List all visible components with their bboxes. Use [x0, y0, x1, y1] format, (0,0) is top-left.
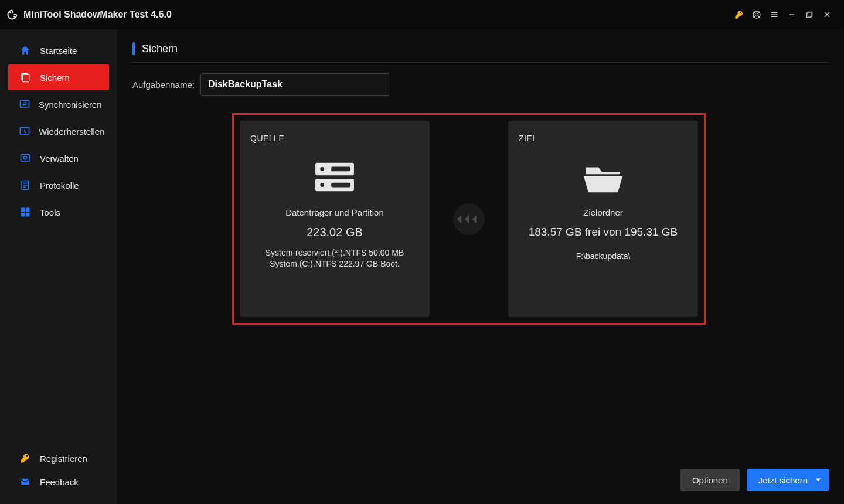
sync-icon	[19, 98, 30, 111]
titlebar: MiniTool ShadowMaker Test 4.6.0	[0, 0, 844, 29]
page-title: Sichern	[142, 43, 178, 55]
svg-rect-6	[808, 12, 812, 16]
sidebar-item-restore[interactable]: Wiederherstellen	[8, 118, 109, 144]
options-button[interactable]: Optionen	[680, 469, 740, 491]
task-name-label: Aufgabenname:	[132, 80, 195, 90]
sidebar-item-label: Startseite	[40, 46, 77, 56]
source-target-frame: QUELLE Datenträger und Partition 223.02 …	[232, 113, 706, 325]
svg-rect-17	[21, 213, 25, 217]
manage-icon	[19, 152, 32, 165]
main-content: Sichern Aufgabenname: QUELLE	[117, 29, 844, 504]
task-name-input[interactable]	[200, 73, 389, 96]
arrow-separator	[453, 203, 485, 235]
disk-icon	[311, 157, 358, 198]
sidebar-item-sichern[interactable]: Sichern	[8, 64, 109, 90]
svg-point-22	[320, 167, 324, 171]
backup-icon	[19, 71, 32, 84]
source-size: 223.02 GB	[307, 226, 363, 239]
page-header-accent	[132, 42, 135, 55]
sidebar-item-manage[interactable]: Verwalten	[8, 145, 109, 171]
folder-open-icon	[580, 157, 627, 198]
page-header: Sichern	[132, 42, 829, 63]
svg-rect-2	[771, 12, 778, 13]
lifebuoy-icon[interactable]	[748, 6, 765, 23]
target-card[interactable]: ZIEL Zielordner 183.57 GB frei von 195.3…	[508, 121, 698, 317]
sidebar-item-label: Tools	[40, 207, 60, 217]
sidebar-item-register[interactable]: Registrieren	[8, 447, 109, 470]
tools-icon	[19, 206, 32, 219]
source-type: Datenträger und Partition	[285, 207, 384, 217]
svg-point-13	[24, 156, 27, 159]
app-title: MiniTool ShadowMaker Test 4.6.0	[23, 9, 172, 20]
sidebar-item-label: Wiederherstellen	[39, 127, 105, 137]
svg-rect-18	[26, 213, 30, 217]
sidebar: Startseite Sichern Synchronisieren Wiede…	[0, 29, 117, 504]
source-heading: QUELLE	[250, 134, 284, 143]
source-detail: System-reserviert,(*:).NTFS 50.00 MB Sys…	[250, 247, 419, 270]
sidebar-item-label: Synchronisieren	[39, 100, 102, 110]
key-icon	[19, 452, 32, 465]
sidebar-item-label: Protokolle	[40, 181, 79, 190]
menu-icon[interactable]	[765, 6, 783, 23]
restore-icon	[19, 125, 30, 138]
sidebar-item-label: Feedback	[40, 477, 79, 487]
task-name-row: Aufgabenname:	[132, 73, 829, 96]
svg-rect-9	[23, 74, 29, 82]
svg-rect-10	[21, 100, 29, 107]
svg-rect-5	[789, 14, 794, 15]
app-logo-icon	[6, 8, 19, 21]
svg-rect-12	[21, 154, 30, 161]
sidebar-item-tools[interactable]: Tools	[8, 199, 109, 225]
footer-actions: Optionen Jetzt sichern	[680, 469, 829, 491]
close-button[interactable]	[818, 6, 836, 23]
svg-rect-3	[771, 14, 778, 15]
target-size: 183.57 GB frei von 195.31 GB	[529, 226, 678, 239]
license-key-icon[interactable]	[730, 6, 748, 23]
sidebar-item-sync[interactable]: Synchronisieren	[8, 91, 109, 117]
target-heading: ZIEL	[519, 134, 537, 143]
home-icon	[19, 44, 32, 57]
sidebar-item-label: Registrieren	[40, 454, 87, 464]
svg-point-23	[320, 183, 324, 187]
svg-rect-25	[331, 183, 350, 188]
maximize-button[interactable]	[801, 6, 818, 23]
target-type: Zielordner	[583, 207, 623, 217]
sidebar-item-logs[interactable]: Protokolle	[8, 172, 109, 198]
sidebar-item-feedback[interactable]: Feedback	[8, 470, 109, 493]
source-card[interactable]: QUELLE Datenträger und Partition 223.02 …	[240, 121, 430, 317]
backup-now-button[interactable]: Jetzt sichern	[747, 469, 829, 491]
sidebar-item-label: Verwalten	[40, 154, 79, 164]
target-path: F:\backupdata\	[576, 251, 631, 261]
svg-point-1	[755, 13, 758, 16]
svg-rect-4	[771, 16, 778, 17]
minimize-button[interactable]	[783, 6, 801, 23]
sidebar-item-label: Sichern	[40, 73, 70, 83]
svg-rect-16	[26, 208, 30, 212]
mail-icon	[19, 475, 32, 488]
svg-rect-7	[806, 13, 811, 18]
svg-rect-15	[21, 208, 25, 212]
svg-rect-24	[331, 167, 350, 172]
logs-icon	[19, 179, 32, 192]
sidebar-item-startseite[interactable]: Startseite	[8, 38, 109, 63]
